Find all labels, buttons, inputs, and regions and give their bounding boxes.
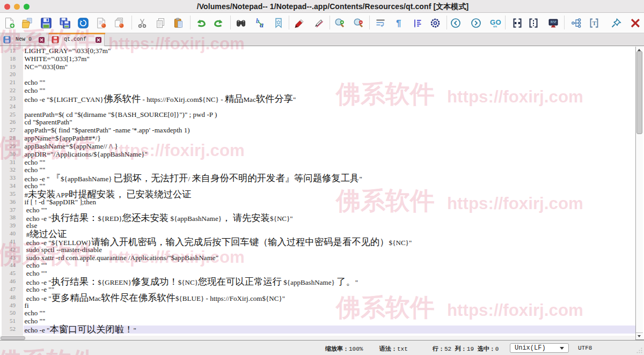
svg-text:us: us — [493, 25, 497, 28]
svg-text:T: T — [592, 20, 597, 26]
svg-text:b: b — [256, 17, 259, 25]
svg-text:¶: ¶ — [396, 18, 401, 28]
